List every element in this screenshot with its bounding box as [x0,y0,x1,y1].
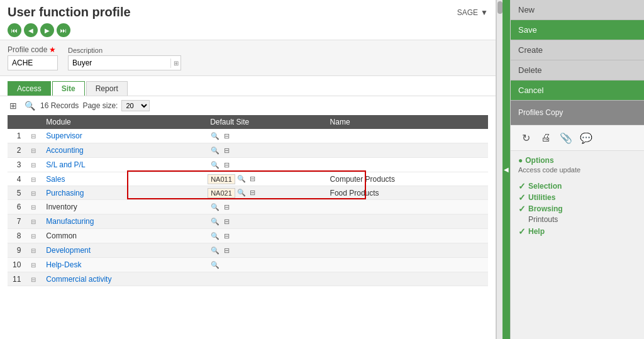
row-num: 11 [8,272,26,286]
refresh-icon[interactable]: ↻ [518,130,533,145]
module-link[interactable]: Purchasing [46,189,84,197]
selection-link[interactable]: ✓ Selection [518,181,636,191]
name-cell [325,143,488,158]
profile-code-input[interactable] [8,55,58,70]
right-sidebar: New Save Create Delete Cancel Profiles C… [510,0,644,339]
module-link[interactable]: Help-Desk [46,260,81,269]
row-num: 5 [8,186,26,200]
utilities-link[interactable]: ✓ Utilities [518,192,636,203]
help-link[interactable]: ✓ Help [518,226,636,236]
site-search-btn[interactable]: 🔍 [236,188,247,198]
create-button[interactable]: Create [511,40,644,60]
profiles-copy-button[interactable]: Profiles Copy [511,101,644,125]
site-edit-btn[interactable]: ⊟ [248,188,258,198]
table-section: ⊞ 🔍 16 Records Page size: 20 50 100 [0,96,496,339]
site-search-btn[interactable]: 🔍 [210,216,220,226]
row-icon: ⊟ [26,186,41,200]
row-icon: ⊟ [26,143,41,158]
sage-dropdown[interactable]: SAGE ▼ [457,8,488,17]
table-row: 1 ⊟ Supervisor 🔍⊟ [8,129,488,143]
row-icon: ⊟ [26,158,41,172]
description-field[interactable]: ⊞ [68,55,181,70]
tab-access[interactable]: Access [8,81,51,96]
site-search-btn[interactable]: 🔍 [210,160,220,170]
tab-report[interactable]: Report [86,81,128,96]
module-cell: Development [41,243,205,258]
nav-first-button[interactable]: ⏮ [8,23,21,37]
site-cell: NA011 🔍 ⊟ [205,172,325,186]
module-link[interactable]: Manufacturing [46,217,94,226]
attachment-icon[interactable]: 📎 [558,130,574,145]
module-cell: Common [41,229,205,243]
sidebar-toggle[interactable]: ◀ [502,0,510,339]
site-cell: 🔍⊟ [205,143,325,158]
site-value: NA011 [208,174,235,184]
site-edit-btn[interactable]: ⊟ [221,216,231,226]
site-edit-btn[interactable]: ⊟ [221,131,231,141]
table-row: 3 ⊟ S/L and P/L 🔍⊟ [8,158,488,172]
nav-prev-button[interactable]: ◀ [24,23,38,37]
scrollbar[interactable] [496,0,502,339]
module-link[interactable]: Commercial activity [46,275,111,284]
row-icon: ⊟ [26,229,41,243]
site-edit-btn[interactable]: ⊟ [221,202,231,212]
site-search-btn[interactable]: 🔍 [236,174,247,184]
module-link[interactable]: Supervisor [46,131,82,140]
search-icon[interactable]: 🔍 [24,100,35,111]
table-toolbar: ⊞ 🔍 16 Records Page size: 20 50 100 [8,100,488,111]
site-edit-btn[interactable]: ⊟ [221,245,231,255]
nav-last-button[interactable]: ⏭ [57,23,70,37]
site-search-btn[interactable]: 🔍 [210,131,220,141]
site-search-btn[interactable]: 🔍 [210,202,220,212]
row-num: 6 [8,200,26,214]
site-search-btn[interactable]: 🔍 [210,145,220,155]
cancel-button[interactable]: Cancel [511,81,644,101]
expand-icon[interactable]: ⊞ [170,58,181,68]
scroll-thumb[interactable] [497,1,502,14]
module-link[interactable]: Common [46,231,77,240]
row-num: 2 [8,143,26,158]
row-num: 8 [8,229,26,243]
table-row: 7 ⊟ Manufacturing 🔍⊟ [8,214,488,229]
nav-next-button[interactable]: ▶ [40,23,54,37]
module-link[interactable]: Inventory [46,203,77,211]
sidebar-links-section: ✓ Selection ✓ Utilities ✓ Browsing Print… [511,179,644,243]
site-edit-btn[interactable]: ⊟ [221,145,231,155]
row-num: 7 [8,214,26,229]
row-icon: ⊟ [26,272,41,286]
records-info: 16 Records Page size: 20 50 100 [40,100,153,111]
grid-icon[interactable]: ⊞ [8,100,19,111]
col-default-site: Default Site [205,115,325,129]
table-row: 10 ⊟ Help-Desk 🔍 [8,258,488,272]
module-link[interactable]: Development [46,246,91,255]
module-link[interactable]: S/L and P/L [46,160,85,169]
save-button[interactable]: Save [511,20,644,40]
browsing-link[interactable]: ✓ Browsing [518,204,636,214]
comment-icon[interactable]: 💬 [579,130,594,145]
print-icon[interactable]: 🖨 [538,130,553,145]
module-link[interactable]: Accounting [46,146,83,155]
site-edit-btn[interactable]: ⊟ [248,174,258,184]
delete-button[interactable]: Delete [511,60,644,81]
site-search-btn[interactable]: 🔍 [210,231,220,241]
module-cell: Commercial activity [41,272,205,286]
site-search-btn[interactable]: 🔍 [210,245,220,255]
printouts-link[interactable]: Printouts [528,215,636,224]
site-edit-btn[interactable]: ⊟ [221,231,231,241]
tab-site[interactable]: Site [52,81,85,96]
new-button[interactable]: New [511,0,644,20]
tabs-section: Access Site Report [0,76,496,96]
form-section: Profile code ★ Description ⊞ [0,40,496,76]
options-title[interactable]: ● Options [518,156,636,165]
row-icon: ⊟ [26,243,41,258]
sage-chevron-icon: ▼ [480,8,488,17]
required-star: ★ [49,45,56,54]
page-size-select[interactable]: 20 50 100 [121,100,150,111]
site-edit-btn[interactable]: ⊟ [221,160,231,170]
module-link[interactable]: Sales [46,175,65,184]
site-search-btn[interactable]: 🔍 [210,260,220,270]
records-count: 16 Records [40,101,79,110]
description-input[interactable] [69,57,170,69]
row-icon: ⊟ [26,129,41,143]
table-body: 1 ⊟ Supervisor 🔍⊟ 2 ⊟ Accounting [8,129,488,286]
